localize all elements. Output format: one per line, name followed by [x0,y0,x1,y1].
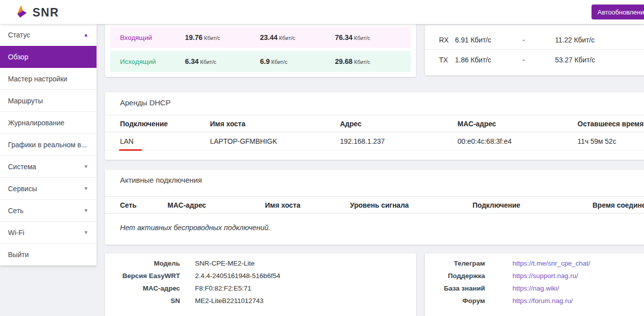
knowledge-base-link[interactable]: https://nag.wiki/ [512,285,559,292]
sidebar-item-label: Обзор [8,53,28,61]
sidebar-item-system[interactable]: Система ▼ [0,156,96,178]
incoming-value-3: 76.34Кбит/с [335,33,411,42]
outgoing-value-3: 29.68Кбит/с [335,57,411,66]
sidebar-item-realtime-graphs[interactable]: Графики в реальном в... [0,134,96,156]
sidebar-item-services[interactable]: Сервисы ▼ [0,178,96,200]
column-header-network: Сеть [120,201,168,209]
column-header-address: Адрес [340,120,458,128]
sidebar-item-network[interactable]: Сеть ▼ [0,200,96,222]
top-header: SNR Автообновление в [0,0,644,24]
device-mac-value: F8:F0:82:F2:E5:71 [180,285,252,292]
rx-label: RX [439,36,455,44]
active-connections-title: Активные подключения [105,170,644,184]
tx-value-2: 53.27 Кбит/с [555,56,644,64]
outgoing-traffic-row: Исходящий 6.34Кбит/с 6.9Кбит/с 29.68Кбит… [110,51,411,72]
sidebar-item-routes[interactable]: Маршруты [0,90,96,112]
device-mac-row: MAC-адрес F8:F0:82:F2:E5:71 [105,282,416,295]
dhcp-table-header: Подключение Имя хоста Адрес MAC-адрес Ос… [105,115,644,132]
tx-dash: - [522,56,555,64]
firmware-version-value: 2.4.4-2405161948-516b6f54 [180,272,280,280]
device-info-card: Модель SNR-CPE-ME2-Lite Версия EasyWRT 2… [105,254,416,316]
support-links-card: Телеграм https://t.me/snr_cpe_chat/ Подд… [425,254,644,316]
incoming-value-1: 19.76Кбит/с [185,33,260,42]
incoming-label: Входящий [120,34,185,41]
rx-value-2: 11.22 Кбит/с [555,36,644,44]
forum-link[interactable]: https://forum.nag.ru/ [512,297,573,305]
column-header-lease-time: Оставшееся время [578,120,644,128]
outgoing-value-1: 6.34Кбит/с [185,57,260,66]
knowledge-base-label: База знаний [425,285,485,292]
rx-dash: - [522,36,555,44]
dhcp-card-title: Аренды DHCP [105,92,644,107]
sidebar-item-wifi[interactable]: Wi-Fi ▼ [0,222,96,244]
sidebar-item-logout[interactable]: Выйти [0,244,96,266]
column-header-hostname: Имя хоста [210,120,340,128]
tx-label: TX [439,56,455,64]
firmware-version-row: Версия EasyWRT 2.4.4-2405161948-516b6f54 [105,270,416,282]
cell-connection: LAN [120,137,210,145]
tx-row: TX 1.86 Кбит/с - 53.27 Кбит/с [425,50,644,70]
firmware-version-label: Версия EasyWRT [105,272,180,280]
support-row: Поддержка https://support.nag.ru/ [425,270,644,282]
forum-row: Форум https://forum.nag.ru/ [425,295,644,307]
telegram-label: Телеграм [425,260,485,267]
support-label: Поддержка [425,272,485,280]
device-mac-label: MAC-адрес [105,285,180,292]
cell-hostname: LAPTOP-GFMBHIGK [210,137,340,145]
column-header-connection: Подключение [120,120,210,128]
snr-logo-icon [14,4,29,21]
sidebar-item-label: Wi-Fi [8,229,24,237]
sidebar-item-label: Выйти [8,251,28,259]
logo-text: SNR [32,6,59,19]
knowledge-base-row: База знаний https://nag.wiki/ [425,282,644,295]
forum-link-wrap: https://forum.nag.ru/ [485,297,573,305]
tx-value-1: 1.86 Кбит/с [455,56,522,64]
sidebar-item-label: Сервисы [8,185,37,193]
sidebar-item-label: Журналирование [8,119,64,127]
outgoing-label: Исходящий [120,58,185,65]
column-header-hostname: Имя хоста [265,201,350,209]
device-model-value: SNR-CPE-ME2-Lite [180,260,254,267]
column-header-signal: Уровень сигнала [350,201,472,209]
chevron-down-icon: ▼ [84,186,88,191]
cell-address: 192.168.1.237 [340,137,458,145]
sidebar: Статус ▲ Обзор Мастер настройки Маршруты… [0,24,96,266]
sidebar-item-label: Статус [8,31,30,39]
dhcp-table-row: LAN LAPTOP-GFMBHIGK 192.168.1.237 00:e0:… [105,132,644,150]
connections-table-header: Сеть MAC-адрес Имя хоста Уровень сигнала… [105,196,644,214]
sidebar-item-overview[interactable]: Обзор [0,46,96,68]
forum-label: Форум [425,297,485,305]
autorefresh-button[interactable]: Автообновление в [592,4,644,19]
sidebar-item-status[interactable]: Статус ▲ [0,24,96,46]
column-header-mac: MAC-адрес [458,120,578,128]
incoming-traffic-row: Входящий 19.76Кбит/с 23.44Кбит/с 76.34Кб… [110,27,411,48]
telegram-row: Телеграм https://t.me/snr_cpe_chat/ [425,257,644,270]
device-model-label: Модель [105,260,180,267]
dhcp-leases-card: Аренды DHCP Подключение Имя хоста Адрес … [105,92,644,160]
incoming-value-2: 23.44Кбит/с [260,33,335,42]
red-underline-annotation [119,149,142,151]
cell-mac: 00:e0:4c:68:3f:e4 [458,137,578,145]
chevron-down-icon: ▼ [84,164,88,169]
no-connections-message: Нет активных беспроводных подключений. [105,214,644,232]
serial-number-row: SN ME2-LiteB2211012743 [105,295,416,307]
snr-logo[interactable]: SNR [14,4,59,21]
device-model-row: Модель SNR-CPE-ME2-Lite [105,257,416,270]
sidebar-item-label: Сеть [8,207,24,215]
sidebar-item-label: Мастер настройки [8,75,68,83]
knowledge-base-link-wrap: https://nag.wiki/ [485,285,559,292]
support-link[interactable]: https://support.nag.ru/ [512,272,578,280]
rxtx-stats-card: RX 6.91 Кбит/с - 11.22 Кбит/с TX 1.86 Кб… [425,25,644,75]
sidebar-item-logging[interactable]: Журналирование [0,112,96,134]
column-header-connection: Подключение [472,201,592,209]
serial-number-label: SN [105,297,180,305]
telegram-link[interactable]: https://t.me/snr_cpe_chat/ [512,260,590,267]
rx-row: RX 6.91 Кбит/с - 11.22 Кбит/с [425,30,644,50]
sidebar-item-label: Система [8,163,36,171]
support-link-wrap: https://support.nag.ru/ [485,272,578,280]
sidebar-item-setup-wizard[interactable]: Мастер настройки [0,68,96,90]
cell-lease-time: 11ч 59м 52с [578,137,644,145]
sidebar-item-label: Маршруты [8,97,43,105]
telegram-link-wrap: https://t.me/snr_cpe_chat/ [485,260,590,267]
outgoing-value-2: 6.9Кбит/с [260,57,335,66]
